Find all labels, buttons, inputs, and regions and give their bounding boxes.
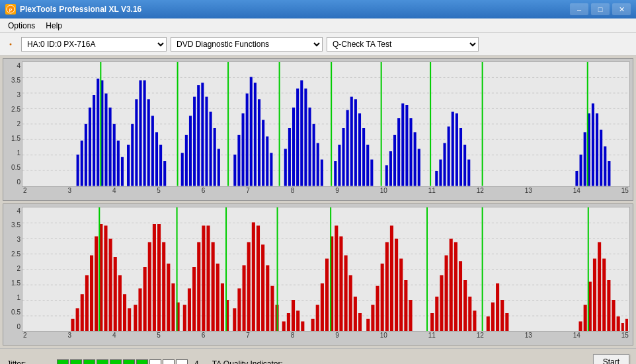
test-select[interactable]: Q-Check TA Test [327, 37, 479, 52]
svg-rect-195 [440, 275, 443, 331]
menubar: Options Help [0, 18, 636, 33]
svg-rect-178 [349, 275, 352, 331]
svg-rect-119 [76, 308, 79, 331]
svg-rect-29 [143, 81, 146, 186]
svg-rect-51 [246, 94, 249, 186]
svg-rect-200 [463, 280, 467, 332]
svg-rect-198 [454, 242, 457, 331]
svg-rect-145 [192, 267, 196, 332]
top-chart-y-axis: 4 3.5 3 2.5 2 1.5 1 0.5 0 [5, 61, 22, 187]
svg-rect-199 [459, 261, 462, 331]
svg-rect-205 [491, 302, 495, 331]
jitter-bar [57, 359, 188, 365]
svg-rect-157 [247, 242, 251, 331]
bottom-chart-svg [22, 207, 629, 332]
svg-point-4 [10, 43, 12, 45]
svg-rect-183 [371, 305, 374, 331]
svg-rect-72 [342, 128, 344, 186]
titlebar: P PlexTools Professional XL V3.16 – □ ✕ [0, 0, 636, 18]
svg-rect-189 [399, 258, 403, 331]
svg-rect-173 [325, 258, 329, 331]
svg-rect-139 [167, 264, 170, 332]
svg-rect-135 [148, 242, 151, 331]
svg-rect-154 [233, 308, 236, 331]
svg-rect-91 [435, 171, 438, 186]
svg-rect-19 [104, 94, 107, 186]
svg-rect-190 [404, 280, 407, 332]
svg-rect-127 [114, 257, 117, 332]
svg-rect-16 [93, 95, 95, 186]
svg-rect-33 [159, 145, 162, 186]
svg-rect-120 [81, 294, 84, 331]
top-chart: 4 3.5 3 2.5 2 1.5 1 0.5 0 [3, 58, 633, 201]
minimize-button[interactable]: – [570, 3, 588, 15]
svg-rect-85 [401, 104, 404, 186]
svg-rect-156 [243, 265, 246, 331]
svg-rect-136 [153, 224, 156, 332]
svg-rect-169 [301, 321, 304, 331]
svg-rect-129 [123, 294, 126, 331]
y-label-25b: 2.5 [5, 251, 20, 258]
svg-rect-26 [131, 124, 134, 186]
menu-help[interactable]: Help [40, 20, 67, 32]
svg-rect-212 [593, 258, 596, 331]
svg-rect-108 [604, 147, 606, 186]
svg-rect-84 [397, 118, 400, 186]
svg-rect-126 [109, 238, 112, 331]
svg-rect-186 [385, 242, 389, 331]
svg-rect-102 [580, 155, 582, 186]
y-label-1: 1 [5, 150, 20, 157]
svg-rect-82 [389, 151, 392, 186]
drive-select[interactable]: HA:0 ID:0 PX-716A [21, 37, 167, 52]
svg-rect-13 [81, 141, 83, 186]
maximize-button[interactable]: □ [591, 3, 610, 15]
svg-rect-45 [214, 128, 216, 186]
menu-options[interactable]: Options [3, 20, 40, 32]
svg-rect-216 [612, 300, 615, 332]
function-select[interactable]: DVD Diagnostic Functions [171, 37, 323, 52]
svg-rect-121 [85, 275, 89, 331]
titlebar-left: P PlexTools Professional XL V3.16 [5, 4, 141, 15]
top-chart-x-axis: 2 3 4 5 6 7 8 9 10 11 12 13 14 15 [22, 187, 630, 199]
svg-rect-86 [405, 105, 408, 186]
svg-rect-73 [346, 110, 349, 186]
svg-rect-66 [313, 124, 315, 186]
y-label-4: 4 [5, 63, 20, 69]
svg-rect-75 [354, 99, 357, 186]
svg-rect-179 [354, 297, 357, 332]
svg-rect-37 [181, 153, 184, 186]
svg-rect-151 [221, 283, 224, 332]
svg-rect-194 [435, 297, 438, 332]
svg-rect-53 [254, 83, 257, 186]
start-button[interactable]: Start [593, 354, 629, 365]
svg-rect-48 [233, 155, 236, 186]
svg-rect-103 [584, 132, 586, 186]
svg-rect-99 [467, 160, 470, 186]
jitter-seg-2 [70, 359, 82, 365]
svg-rect-162 [270, 285, 274, 331]
toolbar: HA:0 ID:0 PX-716A DVD Diagnostic Functio… [0, 33, 636, 55]
y-label-2: 2 [5, 121, 20, 127]
svg-rect-155 [237, 288, 241, 331]
svg-rect-109 [608, 161, 610, 186]
svg-rect-177 [344, 255, 348, 331]
svg-rect-68 [321, 160, 323, 186]
svg-rect-166 [287, 313, 290, 332]
svg-rect-217 [617, 316, 620, 332]
ta-quality-section: TA Quality Indicator: Good [212, 359, 283, 365]
close-button[interactable]: ✕ [612, 3, 631, 15]
svg-rect-54 [258, 99, 260, 186]
svg-rect-148 [206, 225, 210, 331]
svg-rect-191 [409, 300, 412, 332]
svg-rect-44 [210, 112, 212, 186]
svg-rect-87 [409, 118, 412, 186]
y-label-25: 2.5 [5, 106, 20, 113]
svg-rect-77 [362, 128, 365, 186]
svg-rect-52 [250, 77, 253, 186]
svg-rect-134 [143, 267, 147, 332]
svg-rect-70 [334, 161, 337, 186]
svg-rect-41 [197, 85, 200, 186]
svg-rect-40 [193, 97, 196, 186]
y-label-2b: 2 [5, 266, 20, 272]
svg-rect-175 [335, 225, 338, 331]
